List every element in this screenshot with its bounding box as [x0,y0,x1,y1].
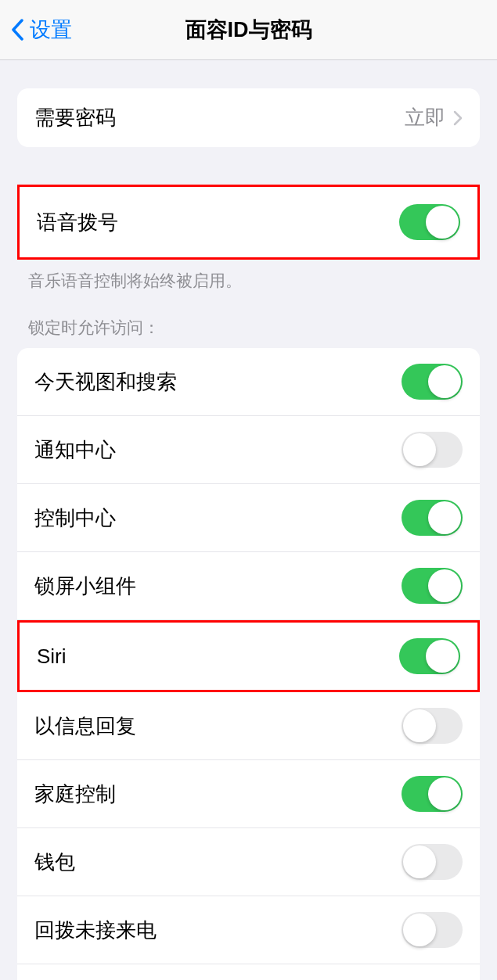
lock-access-label: 通知中心 [34,436,116,464]
lock-access-label: Siri [37,644,67,669]
lock-access-toggle[interactable] [402,708,463,744]
lock-access-label: 以信息回复 [34,713,136,740]
lock-access-label: 今天视图和搜索 [34,368,177,396]
lock-access-label: 家庭控制 [34,781,116,808]
back-button[interactable]: 设置 [0,16,72,44]
lock-access-toggle[interactable] [402,432,463,468]
lock-access-cell: 控制中心 [17,484,480,552]
lock-access-cell: 回拨未接来电 [17,896,480,964]
chevron-right-icon [453,110,463,126]
voice-dial-toggle[interactable] [399,204,460,240]
lock-access-cell: USB配件 [17,964,480,980]
lock-access-toggle[interactable] [399,638,460,674]
lock-access-cell: 通知中心 [17,416,480,484]
lock-access-header: 锁定时允许访问： [0,292,497,348]
lock-access-toggle[interactable] [402,912,463,948]
voice-dial-group-highlighted: 语音拨号 [17,185,480,260]
lock-access-cell: 锁屏小组件 [17,552,480,620]
lock-access-cell: 家庭控制 [17,760,480,828]
lock-access-toggle[interactable] [402,364,463,400]
lock-access-cell: 今天视图和搜索 [17,348,480,416]
voice-dial-footer: 音乐语音控制将始终被启用。 [0,260,497,292]
require-passcode-group: 需要密码 立即 [17,88,480,147]
lock-access-toggle[interactable] [402,776,463,812]
require-passcode-cell[interactable]: 需要密码 立即 [17,88,480,147]
lock-access-cell: 以信息回复 [17,692,480,760]
require-passcode-value: 立即 [405,104,463,131]
lock-access-toggle[interactable] [402,500,463,536]
lock-access-cell: Siri [17,620,480,692]
chevron-left-icon [11,19,23,41]
lock-access-label: 控制中心 [34,504,116,532]
back-label: 设置 [30,16,72,44]
lock-access-toggle[interactable] [402,568,463,604]
lock-access-label: 回拨未接来电 [34,917,157,944]
lock-access-cell: 钱包 [17,828,480,896]
lock-access-toggle[interactable] [402,844,463,880]
lock-access-label: 锁屏小组件 [34,573,136,600]
navigation-bar: 设置 面容ID与密码 [0,0,497,60]
lock-access-group: 今天视图和搜索通知中心控制中心锁屏小组件Siri以信息回复家庭控制钱包回拨未接来… [17,348,480,980]
require-passcode-label: 需要密码 [34,104,116,131]
page-title: 面容ID与密码 [185,16,312,44]
voice-dial-cell: 语音拨号 [20,187,477,257]
voice-dial-label: 语音拨号 [37,209,118,236]
lock-access-label: 钱包 [34,849,75,876]
